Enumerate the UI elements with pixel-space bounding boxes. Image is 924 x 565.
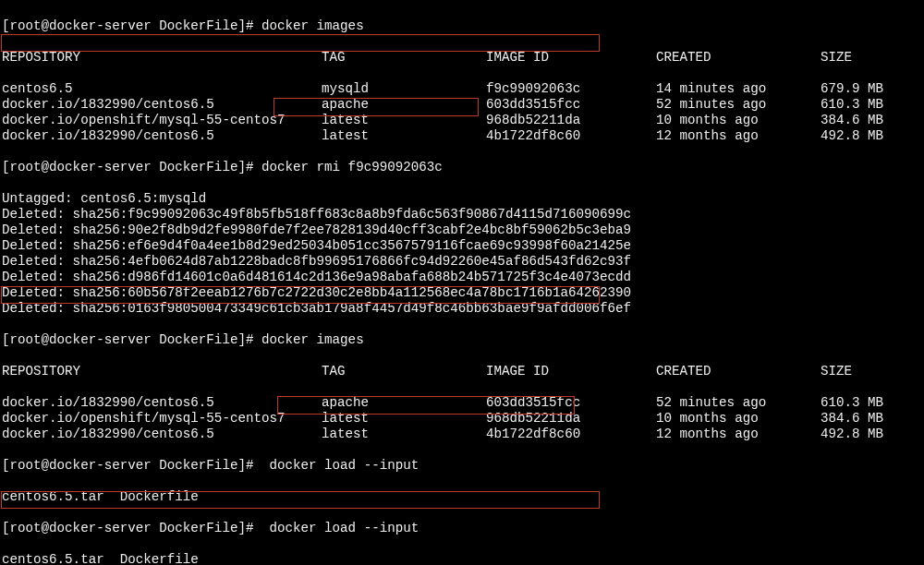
output-line: Deleted: sha256:0163f980500473349c61cb3a… <box>2 301 922 317</box>
command: docker images <box>261 18 364 33</box>
output-line: centos6.5.tar Dockerfile <box>2 552 922 565</box>
command-rmi: docker rmi f9c99092063c <box>261 160 443 174</box>
prompt: [root@docker-server DockerFile]# <box>2 521 261 535</box>
output-line: centos6.5.tar Dockerfile <box>2 489 922 505</box>
prompt: [root@docker-server DockerFile]# <box>2 18 261 33</box>
output-line: Deleted: sha256:4efb0624d87ab1228badc8fb… <box>2 254 922 270</box>
command-load: docker load --input <box>261 521 419 535</box>
table-header: REPOSITORYTAGIMAGE IDCREATEDSIZE <box>2 50 922 66</box>
command: docker images <box>261 332 364 347</box>
table-row: docker.io/1832990/centos6.5apache603dd35… <box>2 395 922 411</box>
output-line: Untagged: centos6.5:mysqld <box>2 191 922 207</box>
prompt: [root@docker-server DockerFile]# <box>2 332 261 347</box>
output-line: Deleted: sha256:60b5678f2eeab1276b7c2722… <box>2 285 922 301</box>
table-row: docker.io/openshift/mysql-55-centos7late… <box>2 411 922 427</box>
table-row: docker.io/openshift/mysql-55-centos7late… <box>2 113 922 128</box>
table-row: docker.io/1832990/centos6.5apache603dd35… <box>2 97 922 113</box>
table-row: docker.io/1832990/centos6.5latest4b1722d… <box>2 427 922 442</box>
table-header: REPOSITORYTAGIMAGE IDCREATEDSIZE <box>2 364 922 379</box>
prompt: [root@docker-server DockerFile]# <box>2 458 261 473</box>
output-line: Deleted: sha256:90e2f8db9d2fe9980fde7f2e… <box>2 222 922 238</box>
terminal-output[interactable]: [root@docker-server DockerFile]# docker … <box>0 0 924 565</box>
prompt: [root@docker-server DockerFile]# <box>2 160 261 174</box>
output-line: Deleted: sha256:d986fd14601c0a6d481614c2… <box>2 270 922 285</box>
output-line: Deleted: sha256:f9c99092063c49f8b5fb518f… <box>2 207 922 222</box>
command-load: docker load --input <box>261 458 419 473</box>
table-row: centos6.5mysqldf9c99092063c14 minutes ag… <box>2 81 922 97</box>
output-line: Deleted: sha256:ef6e9d4f0a4ee1b8d29ed250… <box>2 238 922 254</box>
table-row: docker.io/1832990/centos6.5latest4b1722d… <box>2 128 922 144</box>
